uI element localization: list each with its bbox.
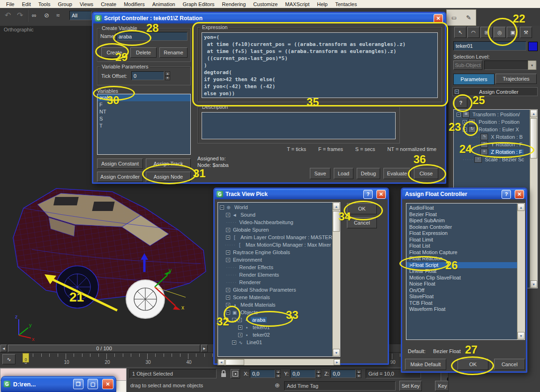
maximize-window-icon[interactable]: ▢ (88, 379, 98, 389)
tree-item-world[interactable]: −⊕World (218, 204, 340, 211)
selection-lock-icon[interactable] (220, 370, 227, 377)
unlink-selection-icon[interactable]: ⊘ (44, 12, 49, 19)
tree-item-rotation-euler-x[interactable]: −↻Rotation : Euler X (455, 126, 537, 133)
redo-icon[interactable]: ↷ (17, 11, 23, 20)
delete-button[interactable]: Delete (130, 47, 157, 58)
rollout-collapse-icon[interactable]: − (455, 90, 459, 94)
tree-item-max-motionclip-manager-max-mixer-cli[interactable]: ·····[Max MotionClip Manager : Max Mixer… (218, 241, 340, 249)
assign-track-button[interactable]: Assign Track (146, 158, 191, 169)
menu-item-maxscript[interactable]: MAXScript (282, 1, 313, 8)
expand-icon[interactable]: + (226, 303, 230, 307)
collapse-icon[interactable]: − (220, 205, 224, 210)
display-tab-icon[interactable]: ▣ (507, 27, 519, 38)
controller-item-motion-clip-slavefloat[interactable]: Motion Clip SlaveFloat (406, 275, 525, 281)
y-spinner[interactable]: ▲▼ (316, 369, 321, 378)
close-window-icon[interactable]: ✕ (515, 190, 524, 199)
tick-offset-spinner[interactable]: ▲▼ (165, 71, 170, 80)
assign-constant-button[interactable]: Assign Constant (97, 158, 143, 169)
assign-node-button[interactable]: Assign Node (146, 172, 191, 182)
controller-item-float-script[interactable]: >Float Script (406, 262, 525, 269)
scroll-down-icon[interactable]: ▼ (333, 349, 340, 356)
controller-item-float-motion-capture[interactable]: Float Motion Capture (406, 249, 525, 256)
time-slider-left-icon[interactable]: ◄ (0, 345, 7, 352)
controller-item-on-off[interactable]: On/Off (406, 287, 525, 294)
tree-item-render-effects[interactable]: ·····Render Effects (218, 264, 340, 271)
controller-item-boolean-controller[interactable]: Boolean Controller (406, 224, 525, 231)
dropdown-arrow-icon[interactable]: ▼ (528, 60, 536, 70)
close-window-icon[interactable]: ✕ (102, 379, 113, 389)
scroll-down-icon[interactable]: ▼ (530, 280, 537, 288)
assign-controller-button-sc[interactable]: Assign Controller (97, 172, 143, 182)
tree-item-sound[interactable]: +◄Sound (218, 211, 340, 219)
controller-list-scrollbar[interactable]: ▲ ▼ (517, 204, 525, 339)
make-default-button[interactable]: Make Default (405, 359, 446, 370)
scroll-right-icon[interactable]: ► (334, 359, 340, 365)
render-tool-icon[interactable]: ✎ (466, 14, 471, 21)
controller-item-float-reaction[interactable]: Float Reaction (406, 256, 525, 262)
object-color-swatch[interactable] (528, 42, 538, 51)
scroll-up-icon[interactable]: ▲ (518, 204, 525, 211)
expand-icon[interactable]: + (238, 318, 242, 322)
scroll-left-icon[interactable]: ◄ (218, 359, 225, 365)
tree-item-line01[interactable]: +∿Line01 (218, 339, 340, 346)
controller-item-bezier-float[interactable]: Bezier Float (406, 211, 525, 218)
expand-icon[interactable]: + (226, 235, 230, 240)
tree-item-medit-materials[interactable]: +◑Medit Materials (218, 301, 340, 309)
scroll-up-icon[interactable]: ▲ (333, 203, 340, 210)
utilities-tab-icon[interactable]: ⚒ (520, 27, 532, 38)
controller-item-noise-float[interactable]: Noise Float (406, 281, 525, 287)
scroll-up-icon[interactable]: ▲ (530, 110, 537, 117)
menu-item-views[interactable]: Views (76, 1, 97, 8)
track-tree-vscrollbar[interactable]: ▲ ▼ (332, 203, 340, 356)
time-slider-marker[interactable]: 0 (22, 353, 29, 362)
expand-icon[interactable]: + (238, 325, 242, 330)
menu-item-edit[interactable]: Edit (19, 1, 34, 8)
tree-item-objects[interactable]: −▣Objects (218, 309, 340, 316)
object-name-field[interactable]: teker01 (453, 41, 526, 51)
region-tool-icon[interactable]: ▭ (451, 15, 457, 21)
cancel-button[interactable]: Cancel (494, 359, 525, 370)
controller-type-list[interactable]: AudioFloatBezier FloatBiped SubAnimBoole… (406, 203, 525, 340)
tree-item-video-nachbearbeitung[interactable]: ·····Video-Nachbearbeitung (218, 219, 340, 226)
menu-item-help[interactable]: Help (314, 1, 331, 8)
tab-trajectories[interactable]: Trajectories (495, 74, 537, 84)
minimized-max-window[interactable]: G D:\ren... ❐ ▢ ✕ (1, 376, 116, 392)
controller-tree-scrollbar[interactable]: ▲ ▼ (530, 110, 537, 288)
modify-tab-icon[interactable]: ◠ (467, 27, 480, 38)
variable-item-t[interactable]: T (98, 122, 190, 129)
sub-object-dropdown[interactable]: ▼ (484, 60, 537, 70)
load-button[interactable]: Load (334, 168, 353, 179)
ok-button[interactable]: OK (347, 203, 377, 214)
x-coordinate-field[interactable]: 0,0 (250, 369, 275, 378)
controller-item-linear-float[interactable]: Linear Float (406, 268, 525, 275)
undo-icon[interactable]: ↶ (5, 11, 11, 20)
menu-item-customize[interactable]: Customize (250, 1, 281, 8)
tree-item-teker02[interactable]: +▪teker02 (218, 331, 340, 339)
y-coordinate-field[interactable]: 0,0 (290, 369, 315, 378)
debug-button[interactable]: Debug (357, 168, 380, 179)
description-textarea[interactable] (202, 112, 396, 139)
menu-item-file[interactable]: File (3, 1, 18, 8)
ok-button[interactable]: OK (458, 359, 488, 370)
collapse-icon[interactable]: − (463, 128, 467, 132)
cancel-button[interactable]: Cancel (347, 217, 377, 228)
controller-item-float-expression[interactable]: Float Expression (406, 230, 525, 237)
tree-item-x-rotation-b[interactable]: ·····∿X Rotation : B (455, 133, 537, 141)
expand-icon[interactable]: + (226, 213, 230, 217)
expand-icon[interactable]: + (226, 258, 230, 262)
z-spinner[interactable]: ▲▼ (356, 369, 361, 378)
set-key-button[interactable]: Set Key (399, 381, 422, 391)
menu-item-graph-editors[interactable]: Graph Editors (180, 1, 218, 8)
controller-item-waveform-float[interactable]: Waveform Float (406, 306, 525, 313)
variable-item-nt[interactable]: NT (98, 108, 190, 115)
menu-item-tentacles[interactable]: Tentacles (332, 1, 360, 8)
expand-icon[interactable]: + (226, 295, 230, 300)
assign-controller-button[interactable]: ? (454, 98, 467, 108)
expand-icon[interactable]: + (226, 228, 230, 232)
save-button[interactable]: Save (310, 168, 330, 179)
tree-item-anim-layer-control-manager-master[interactable]: +[Anim Layer Control Manager : MASTER (218, 234, 340, 241)
expand-icon[interactable]: + (238, 333, 242, 337)
variable-item-s[interactable]: S (98, 115, 190, 122)
scroll-down-icon[interactable]: ▼ (518, 332, 525, 339)
time-slider[interactable]: 0 / 100 (8, 345, 200, 352)
